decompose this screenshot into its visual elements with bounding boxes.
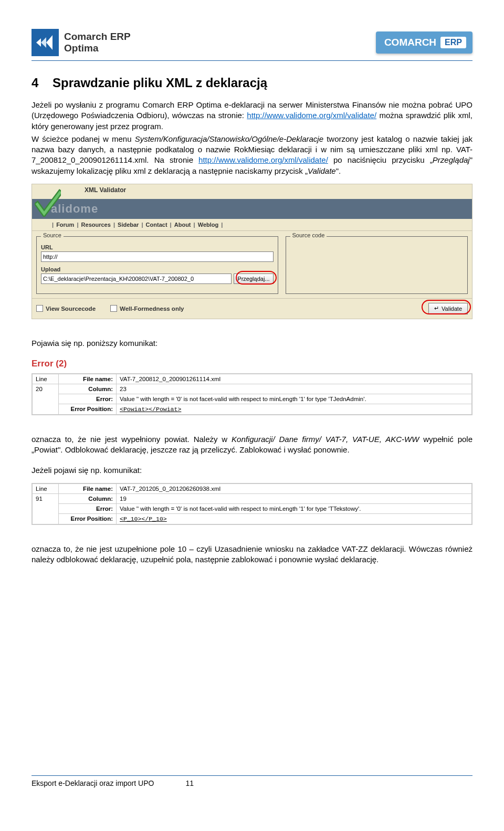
paragraph-2: W ścieżce podanej w menu System/Konfigur… — [32, 134, 472, 176]
nav-resources[interactable]: Resources — [81, 222, 111, 228]
paragraph-4: oznacza to, że nie jest wypełniony powia… — [32, 434, 472, 456]
paragraph-1: Jeżeli po wysłaniu z programu Comarch ER… — [32, 100, 472, 132]
nav-forum[interactable]: Forum — [56, 222, 74, 228]
url-input[interactable] — [41, 251, 274, 262]
validate-button[interactable]: ↵ Validate — [428, 303, 468, 314]
errpos-value: <Powiat></Powiat> — [117, 404, 472, 415]
footer-page-number: 11 — [185, 779, 194, 787]
page-footer: Eksport e-Deklaracji oraz import UPO 11 — [32, 775, 472, 787]
xml-validator-app: XML Validator alidome | Forum | Resource… — [32, 184, 472, 319]
errpos-value: <P_10></P_10> — [117, 513, 472, 524]
erp-pill: ERP — [440, 37, 466, 48]
nav-about[interactable]: About — [174, 222, 191, 228]
error-heading: Error (2) — [32, 356, 472, 373]
validator-nav: | Forum | Resources | Sidebar | Contact … — [32, 219, 472, 231]
error-value: Value '' with length = '0' is not facet-… — [117, 503, 472, 513]
file-value: VAT-7_200812_0_200901261114.xml — [117, 374, 472, 384]
column-label: Column: — [59, 384, 117, 394]
error-label: Error: — [59, 503, 117, 513]
paragraph-3: Pojawia się np. poniższy komunikat: — [32, 338, 472, 349]
link-validome-1[interactable]: http://www.validome.org/xml/validate/ — [247, 111, 376, 120]
source-fieldset: Source URL Upload Przeglądaj... — [36, 236, 278, 294]
errpos-label: Error Position: — [59, 513, 117, 524]
heading-number: 4 — [32, 76, 38, 90]
comarch-erp-badge: COMARCH ERP — [376, 31, 472, 54]
nav-weblog[interactable]: Weblog — [198, 222, 219, 228]
page-header: Comarch ERP Optima COMARCH ERP — [32, 29, 472, 61]
logo-left: Comarch ERP Optima — [32, 29, 131, 56]
error-table-1: Line File name: VAT-7_200812_0_200901261… — [32, 373, 472, 415]
sourcecode-legend: Source code — [290, 232, 327, 238]
brand-right-text: COMARCH — [384, 37, 436, 48]
heading-title: Sprawdzanie pliku XML z deklaracją — [52, 76, 267, 90]
line-value: 20 — [33, 384, 59, 415]
paragraph-6: oznacza to, że nie jest uzupełnione pole… — [32, 544, 472, 565]
checkbox-icon — [110, 305, 117, 312]
view-sourcecode-option[interactable]: View Sourcecode — [36, 305, 96, 312]
wellformedness-option[interactable]: Well-Formedness only — [110, 305, 184, 312]
upload-input[interactable] — [41, 274, 232, 284]
browse-button[interactable]: Przeglądaj... — [234, 274, 273, 284]
validome-brand: alidome — [51, 202, 98, 216]
nav-contact[interactable]: Contact — [146, 222, 167, 228]
sourcecode-fieldset: Source code — [286, 236, 468, 294]
line-value: 91 — [33, 493, 59, 524]
url-label: URL — [41, 244, 274, 250]
file-value: VAT-7_201205_0_201206260938.xml — [117, 483, 472, 493]
logo-text: Comarch ERP Optima — [64, 31, 131, 54]
column-value: 23 — [117, 384, 472, 394]
validator-title: XML Validator — [85, 186, 126, 194]
col-line-header: Line — [33, 374, 59, 384]
col-line-header: Line — [33, 483, 59, 493]
optima-logo-icon — [32, 29, 59, 56]
paragraph-5: Jeżeli pojawi się np. komunikat: — [32, 465, 472, 476]
errpos-label: Error Position: — [59, 404, 117, 415]
enter-icon: ↵ — [434, 305, 439, 312]
error-table-2: Line File name: VAT-7_201205_0_201206260… — [32, 483, 472, 525]
error-value: Value '' with length = '0' is not facet-… — [117, 394, 472, 404]
section-heading: 4 Sprawdzanie pliku XML z deklaracją — [32, 76, 472, 90]
brand-line1: Comarch ERP — [64, 31, 131, 43]
link-validome-2[interactable]: http://www.validome.org/xml/validate/ — [198, 155, 328, 164]
file-label: File name: — [59, 483, 117, 493]
column-value: 19 — [117, 493, 472, 503]
nav-sidebar[interactable]: Sidebar — [118, 222, 139, 228]
upload-label: Upload — [41, 266, 274, 272]
file-label: File name: — [59, 374, 117, 384]
checkbox-icon — [36, 305, 43, 312]
error-label: Error: — [59, 394, 117, 404]
brand-line2: Optima — [64, 43, 131, 54]
source-legend: Source — [41, 232, 64, 238]
column-label: Column: — [59, 493, 117, 503]
footer-title: Eksport e-Deklaracji oraz import UPO — [32, 779, 154, 787]
